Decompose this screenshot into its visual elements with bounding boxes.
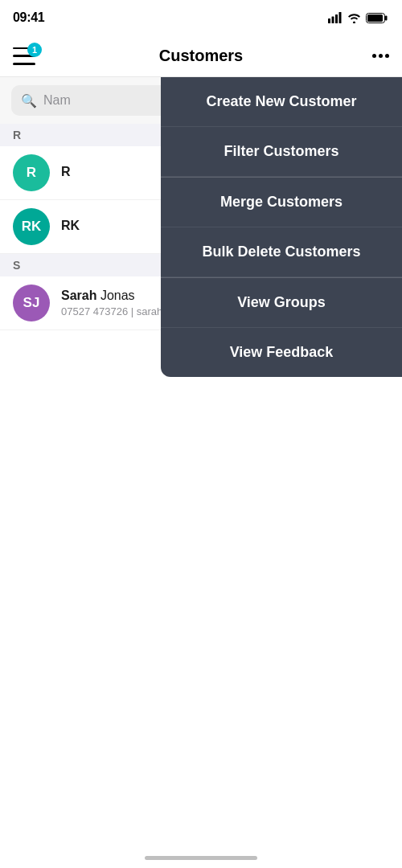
svg-rect-3 (339, 12, 342, 23)
menu-button[interactable]: 1 (13, 47, 35, 65)
status-time: 09:41 (13, 10, 44, 25)
battery-icon (366, 13, 388, 23)
menu-item-merge-customers[interactable]: Merge Customers (161, 178, 402, 227)
avatar: RK (13, 208, 50, 245)
page-title: Customers (159, 47, 243, 65)
more-dot-2 (379, 54, 383, 58)
svg-rect-1 (332, 17, 334, 24)
avatar: R (13, 154, 50, 191)
menu-item-view-feedback[interactable]: View Feedback (161, 328, 402, 377)
menu-item-filter-customers[interactable]: Filter Customers (161, 127, 402, 177)
more-options-button[interactable] (372, 54, 389, 58)
wifi-icon (347, 13, 361, 23)
menu-item-bulk-delete-customers[interactable]: Bulk Delete Customers (161, 227, 402, 277)
signal-icon (328, 12, 343, 23)
dropdown-menu: Create New Customer Filter Customers Mer… (161, 77, 402, 377)
menu-item-view-groups[interactable]: View Groups (161, 278, 402, 328)
menu-item-create-new-customer[interactable]: Create New Customer (161, 77, 402, 127)
more-dot-1 (372, 54, 376, 58)
header: 1 Customers (0, 35, 402, 77)
more-dot-3 (385, 54, 389, 58)
svg-rect-6 (385, 15, 388, 20)
search-icon: 🔍 (21, 93, 37, 108)
status-bar: 09:41 (0, 0, 402, 35)
status-icons (328, 12, 388, 23)
svg-rect-5 (367, 14, 383, 22)
notification-badge: 1 (27, 43, 42, 57)
home-indicator (145, 856, 257, 860)
svg-rect-2 (335, 14, 338, 23)
search-input-placeholder: Nam (43, 93, 71, 108)
avatar: SJ (13, 285, 50, 321)
svg-rect-0 (328, 18, 330, 23)
